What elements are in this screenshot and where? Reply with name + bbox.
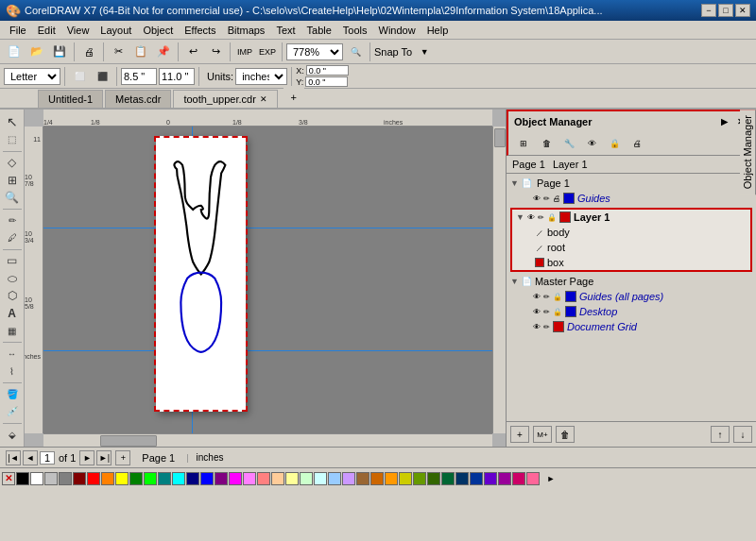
select-tool[interactable]: ↖ (2, 113, 23, 130)
color-maroon[interactable] (73, 472, 86, 485)
maximize-button[interactable]: □ (718, 4, 733, 17)
freehand-tool[interactable]: ✏ (2, 212, 23, 229)
freehand-pick-tool[interactable]: ⬚ (2, 131, 23, 148)
page-last-button[interactable]: ►| (96, 450, 112, 465)
import-button[interactable]: IMP (234, 42, 255, 62)
scroll-thumb-v[interactable] (494, 128, 506, 147)
redo-button[interactable]: ↪ (205, 42, 226, 62)
color-olive[interactable] (399, 472, 412, 485)
color-white[interactable] (30, 472, 43, 485)
color-silver[interactable] (44, 472, 58, 485)
color-hotpink[interactable] (526, 472, 540, 485)
color-amber[interactable] (385, 472, 398, 485)
color-lightblue[interactable] (328, 472, 341, 485)
add-page-button[interactable]: + (115, 450, 130, 465)
object-manager-side-tab[interactable]: Object Manager (740, 110, 756, 194)
color-brown[interactable] (356, 472, 369, 485)
open-button[interactable]: 📂 (26, 42, 47, 62)
zoom-combo[interactable]: 778% (286, 43, 343, 60)
smartdraw-tool[interactable]: 🖊 (2, 229, 23, 246)
menu-help[interactable]: Help (421, 23, 455, 38)
color-darkpurple[interactable] (498, 472, 511, 485)
color-navy[interactable] (186, 472, 199, 485)
color-lightyellow[interactable] (285, 472, 299, 485)
om-new-layer-btn[interactable]: ⊞ (514, 135, 533, 152)
color-pink[interactable] (243, 472, 256, 485)
page-first-button[interactable]: |◄ (6, 450, 21, 465)
copy-button[interactable]: 📋 (130, 42, 151, 62)
menu-text[interactable]: Text (270, 23, 301, 38)
parallel-dim-tool[interactable]: ↔ (2, 346, 23, 363)
om-add-layer-btn[interactable]: + (510, 426, 529, 443)
export-button[interactable]: EXP (257, 42, 278, 62)
color-darkgreen[interactable] (129, 472, 143, 485)
scrollbar-vertical[interactable] (492, 127, 506, 433)
color-orange[interactable] (101, 472, 114, 485)
om-add-master-btn[interactable]: M+ (533, 426, 552, 443)
cut-button[interactable]: ✂ (108, 42, 129, 62)
nav-page1[interactable]: Page 1 (512, 159, 545, 170)
color-lightgreen[interactable] (300, 472, 313, 485)
menu-edit[interactable]: Edit (32, 23, 61, 38)
color-darkorange[interactable] (370, 472, 384, 485)
tab-untitled[interactable]: Untitled-1 (38, 90, 103, 108)
undo-button[interactable]: ↩ (182, 42, 203, 62)
y-input[interactable] (305, 76, 348, 87)
color-emerald[interactable] (441, 472, 455, 485)
master-page-header[interactable]: ▼ 📄 Master Page (507, 274, 756, 289)
new-button[interactable]: 📄 (4, 42, 25, 62)
color-midnightblue[interactable] (455, 472, 469, 485)
menu-object[interactable]: Object (137, 23, 179, 38)
units-combo[interactable]: inches (235, 68, 287, 85)
om-lock-btn[interactable]: 🔒 (605, 135, 624, 152)
color-teal[interactable] (158, 472, 171, 485)
menu-effects[interactable]: Effects (179, 23, 221, 38)
box-item[interactable]: box (512, 255, 750, 270)
color-black[interactable] (16, 472, 29, 485)
menu-tools[interactable]: Tools (337, 23, 373, 38)
docgrid-item[interactable]: 👁 ✏ Document Grid (507, 319, 756, 334)
menu-file[interactable]: File (4, 23, 32, 38)
minimize-button[interactable]: − (701, 4, 716, 17)
tab-tooth-upper[interactable]: tooth_upper.cdr ✕ (173, 90, 277, 108)
new-tab-button[interactable]: + (284, 87, 304, 108)
polygon-tool[interactable]: ⬡ (2, 287, 23, 304)
body-item[interactable]: ⟋ body (512, 225, 750, 240)
fill-tool[interactable]: 🪣 (2, 386, 23, 403)
color-forestgreen[interactable] (427, 472, 440, 485)
save-button[interactable]: 💾 (49, 42, 70, 62)
paper-size-combo[interactable]: Letter (4, 68, 60, 85)
color-yellow[interactable] (115, 472, 129, 485)
menu-layout[interactable]: Layout (94, 23, 137, 38)
text-tool[interactable]: A (2, 305, 23, 322)
om-del-btn[interactable]: 🗑 (537, 135, 556, 152)
color-violet[interactable] (484, 472, 497, 485)
root-item[interactable]: ⟋ root (512, 240, 750, 255)
eyedropper-tool[interactable]: 💉 (2, 403, 23, 420)
close-button[interactable]: ✕ (735, 4, 750, 17)
paste-button[interactable]: 📌 (153, 42, 174, 62)
om-move-up-btn[interactable]: ↑ (711, 426, 730, 443)
crop-tool[interactable]: ⊞ (2, 172, 23, 189)
color-royalblue[interactable] (470, 472, 483, 485)
portrait-button[interactable]: ⬜ (69, 66, 90, 87)
snap-button[interactable]: ▼ (414, 42, 435, 62)
nav-layer1[interactable]: Layer 1 (553, 159, 588, 170)
color-olivegreen[interactable] (413, 472, 426, 485)
om-eye-btn[interactable]: 👁 (582, 135, 601, 152)
desktop-item[interactable]: 👁 ✏ 🔒 Desktop (507, 304, 756, 319)
color-crimson[interactable] (512, 472, 525, 485)
landscape-button[interactable]: ⬛ (92, 66, 112, 87)
page-prev-button[interactable]: ◄ (23, 450, 38, 465)
page1-header[interactable]: ▼ 📄 Page 1 (507, 176, 756, 191)
menu-window[interactable]: Window (373, 23, 421, 38)
interactive-tool[interactable]: ⬙ (2, 426, 23, 443)
scrollbar-horizontal[interactable] (43, 433, 492, 447)
x-input[interactable] (306, 65, 349, 76)
object-manager-options[interactable]: ▶ (716, 114, 731, 129)
palette-scroll-right[interactable]: ► (541, 468, 561, 489)
layer1-header[interactable]: ▼ 👁 ✏ 🔒 Layer 1 (512, 210, 750, 225)
table-tool[interactable]: ▦ (2, 323, 23, 340)
zoom-tool[interactable]: 🔍 (2, 189, 23, 206)
tab-metas[interactable]: Metas.cdr (105, 90, 171, 108)
